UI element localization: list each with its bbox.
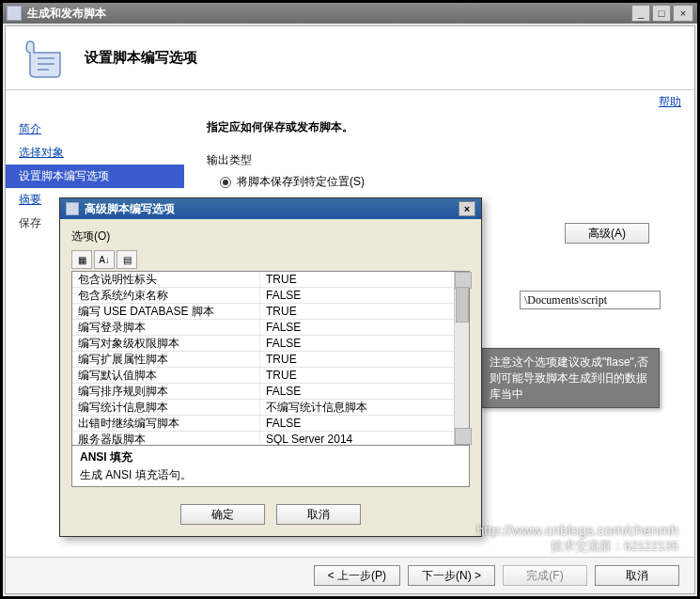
dialog-cancel-button[interactable]: 取消	[276, 504, 361, 525]
dialog-close-button[interactable]: ×	[459, 201, 475, 216]
wizard-footer: < 上一步(P) 下一步(N) > 完成(F) 取消	[6, 557, 694, 593]
option-desc-title: ANSI 填充	[80, 449, 461, 465]
maximize-button[interactable]: □	[652, 5, 671, 22]
option-name: 出错时继续编写脚本	[72, 416, 260, 431]
options-toolbar: ▦A↓▤	[71, 250, 470, 269]
app-icon	[7, 6, 22, 21]
scrollbar-thumb[interactable]	[456, 287, 469, 323]
option-description: ANSI 填充 生成 ANSI 填充语句。	[71, 446, 470, 487]
sidebar-item: 设置脚本编写选项	[6, 165, 184, 188]
option-name: 编写统计信息脚本	[72, 400, 260, 415]
help-link[interactable]: 帮助	[659, 95, 681, 108]
annotation-tooltip: 注意这个选项建议改成"flase",否则可能导致脚本生成到旧的数据库当中	[481, 348, 660, 408]
file-path-input[interactable]: \Documents\script	[520, 291, 661, 309]
grid-row[interactable]: 编写登录脚本FALSE	[72, 320, 454, 336]
option-name: 编写对象级权限脚本	[72, 336, 260, 351]
output-type-label: 输出类型	[207, 152, 676, 168]
close-button[interactable]: ×	[673, 5, 693, 22]
option-name: 服务器版脚本	[72, 432, 260, 445]
option-value[interactable]: 不编写统计信息脚本	[260, 400, 454, 415]
main-heading: 指定应如何保存或发布脚本。	[207, 119, 676, 135]
options-grid[interactable]: 包含说明性标头TRUE包含系统约束名称FALSE编写 USE DATABASE …	[71, 271, 470, 446]
grid-row[interactable]: 编写统计信息脚本不编写统计信息脚本	[72, 400, 454, 416]
option-name: 编写扩展属性脚本	[72, 352, 260, 367]
grid-row[interactable]: 服务器版脚本SQL Server 2014	[72, 432, 454, 445]
option-name: 包含说明性标头	[72, 272, 260, 287]
sidebar-item[interactable]: 选择对象	[6, 141, 184, 165]
main-titlebar: 生成和发布脚本 _ □ ×	[3, 3, 697, 24]
option-value[interactable]: TRUE	[260, 368, 454, 383]
finish-button: 完成(F)	[503, 565, 587, 586]
option-value[interactable]: TRUE	[260, 304, 454, 319]
next-button[interactable]: 下一步(N) >	[408, 565, 495, 586]
option-value[interactable]: FALSE	[260, 320, 454, 335]
grid-row[interactable]: 包含说明性标头TRUE	[72, 272, 454, 288]
radio-save-to-location[interactable]: 将脚本保存到特定位置(S)	[220, 174, 676, 190]
option-value[interactable]: FALSE	[260, 336, 454, 351]
window-title: 生成和发布脚本	[27, 6, 631, 22]
dialog-icon	[66, 202, 79, 215]
toolbar-button-1[interactable]: A↓	[94, 250, 115, 269]
option-value[interactable]: SQL Server 2014	[260, 432, 454, 445]
toolbar-button-2[interactable]: ▤	[117, 250, 137, 269]
grid-row[interactable]: 出错时继续编写脚本FALSE	[72, 416, 454, 432]
option-value[interactable]: FALSE	[260, 384, 454, 399]
page-title: 设置脚本编写选项	[85, 49, 197, 67]
grid-row[interactable]: 包含系统约束名称FALSE	[72, 288, 454, 304]
radio-label: 将脚本保存到特定位置(S)	[237, 174, 365, 190]
grid-row[interactable]: 编写扩展属性脚本TRUE	[72, 352, 454, 368]
option-value[interactable]: FALSE	[260, 288, 454, 303]
dialog-ok-button[interactable]: 确定	[180, 504, 265, 525]
grid-row[interactable]: 编写排序规则脚本FALSE	[72, 384, 454, 400]
sidebar-item[interactable]: 简介	[6, 118, 184, 141]
option-name: 编写排序规则脚本	[72, 384, 260, 399]
grid-row[interactable]: 编写默认值脚本TRUE	[72, 368, 454, 384]
grid-row[interactable]: 编写 USE DATABASE 脚本TRUE	[72, 304, 454, 320]
dialog-titlebar: 高级脚本编写选项 ×	[60, 198, 481, 219]
option-value[interactable]: TRUE	[260, 272, 454, 287]
prev-button[interactable]: < 上一步(P)	[314, 565, 400, 586]
toolbar-button-0[interactable]: ▦	[71, 250, 92, 269]
option-name: 编写默认值脚本	[72, 368, 260, 383]
advanced-button[interactable]: 高级(A)	[565, 223, 649, 244]
advanced-options-dialog: 高级脚本编写选项 × 选项(O) ▦A↓▤ 包含说明性标头TRUE包含系统约束名…	[59, 197, 482, 537]
option-value[interactable]: FALSE	[260, 416, 454, 431]
option-value[interactable]: TRUE	[260, 352, 454, 367]
option-name: 编写 USE DATABASE 脚本	[72, 304, 260, 319]
option-desc-text: 生成 ANSI 填充语句。	[80, 467, 461, 483]
options-label: 选项(O)	[71, 229, 470, 244]
wizard-header: 设置脚本编写选项	[6, 26, 694, 90]
option-name: 包含系统约束名称	[72, 288, 260, 303]
radio-dot-icon	[220, 177, 231, 188]
grid-scrollbar[interactable]	[454, 272, 469, 445]
scroll-icon	[21, 36, 66, 81]
grid-row[interactable]: 编写对象级权限脚本FALSE	[72, 336, 454, 352]
minimize-button[interactable]: _	[631, 5, 650, 22]
cancel-button[interactable]: 取消	[595, 565, 679, 586]
option-name: 编写登录脚本	[72, 320, 260, 335]
dialog-title: 高级脚本编写选项	[85, 201, 175, 217]
